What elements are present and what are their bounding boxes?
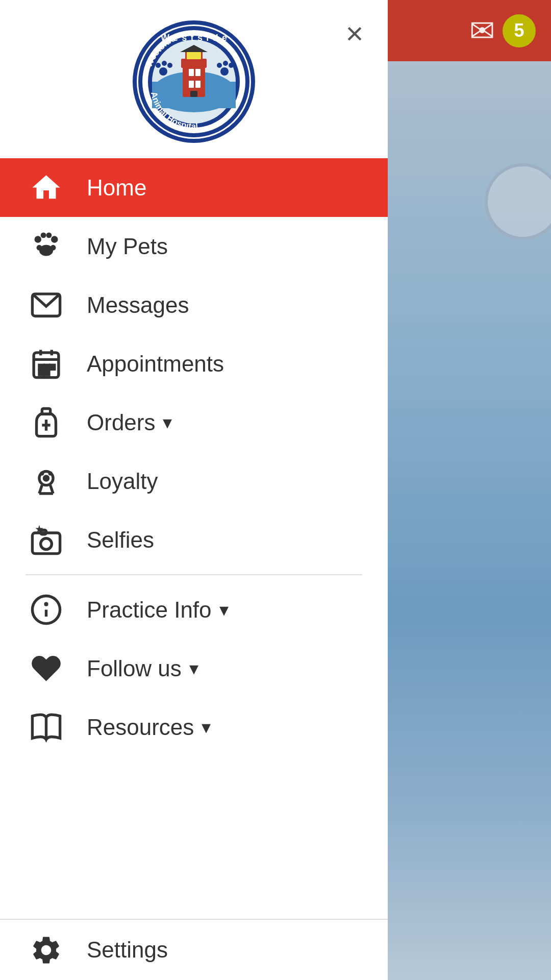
- calendar-icon: [26, 344, 66, 384]
- app-logo: Westside Westside Animal Hospital: [133, 20, 255, 143]
- svg-point-46: [42, 475, 49, 482]
- gear-icon: [26, 929, 66, 970]
- svg-point-21: [229, 63, 234, 68]
- svg-point-47: [40, 472, 44, 476]
- svg-point-26: [51, 236, 58, 243]
- svg-point-20: [223, 61, 228, 66]
- nav-item-home[interactable]: Home: [0, 158, 388, 217]
- svg-rect-12: [195, 81, 201, 88]
- svg-point-30: [36, 245, 42, 251]
- settings-bar[interactable]: Settings: [0, 919, 388, 980]
- svg-rect-9: [189, 69, 194, 76]
- svg-rect-40: [39, 371, 43, 375]
- svg-point-15: [156, 63, 161, 68]
- svg-rect-11: [189, 81, 194, 88]
- svg-point-28: [46, 232, 52, 238]
- svg-point-25: [34, 236, 41, 243]
- nav-item-follow-us[interactable]: Follow us ▾: [0, 639, 388, 698]
- close-button[interactable]: ×: [337, 15, 372, 51]
- heart-icon: [26, 648, 66, 689]
- svg-point-27: [40, 232, 46, 238]
- svg-rect-10: [195, 69, 201, 76]
- svg-point-31: [50, 245, 56, 251]
- follow-us-chevron: ▾: [189, 658, 198, 679]
- nav-divider: [26, 574, 362, 575]
- svg-rect-38: [44, 365, 48, 369]
- nav-item-messages[interactable]: Messages: [0, 276, 388, 334]
- nav-item-loyalty[interactable]: Loyalty: [0, 452, 388, 510]
- resources-chevron: ▾: [202, 717, 211, 738]
- svg-point-54: [40, 538, 52, 550]
- nav-item-orders[interactable]: Orders ▾: [0, 393, 388, 452]
- practice-info-chevron: ▾: [219, 599, 229, 621]
- right-partial-view: ✉ 5: [388, 0, 551, 980]
- top-bar: ✉ 5: [388, 0, 551, 61]
- info-icon: [26, 590, 66, 630]
- svg-rect-41: [44, 371, 48, 375]
- logo-area: Westside Westside Animal Hospital: [0, 0, 388, 158]
- book-icon: [26, 707, 66, 748]
- paw-icon: [26, 226, 66, 267]
- svg-point-14: [159, 67, 167, 76]
- svg-rect-39: [50, 365, 54, 369]
- svg-rect-37: [39, 365, 43, 369]
- svg-point-16: [162, 61, 167, 66]
- svg-point-17: [167, 63, 172, 68]
- svg-rect-13: [190, 91, 197, 97]
- svg-rect-7: [187, 52, 201, 59]
- svg-point-18: [220, 67, 229, 76]
- nav-item-resources[interactable]: Resources ▾: [0, 698, 388, 756]
- svg-point-48: [48, 472, 52, 476]
- message-icon: [26, 285, 66, 326]
- notification-badge: 5: [503, 14, 536, 47]
- background-content: [388, 61, 551, 980]
- nav-item-my-pets[interactable]: My Pets: [0, 217, 388, 276]
- nav-item-practice-info[interactable]: Practice Info ▾: [0, 580, 388, 639]
- logo-svg: Westside Westside Animal Hospital: [138, 26, 250, 138]
- nav-item-selfies[interactable]: Selfies: [0, 510, 388, 569]
- mail-icon[interactable]: ✉: [469, 13, 495, 48]
- loyalty-icon: [26, 461, 66, 502]
- svg-point-19: [217, 63, 222, 68]
- camera-icon: [26, 520, 66, 560]
- orders-chevron: ▾: [163, 412, 172, 433]
- bottle-icon: [26, 402, 66, 443]
- home-icon: [26, 167, 66, 208]
- nav-item-appointments[interactable]: Appointments: [0, 334, 388, 393]
- navigation-drawer: ×: [0, 0, 388, 980]
